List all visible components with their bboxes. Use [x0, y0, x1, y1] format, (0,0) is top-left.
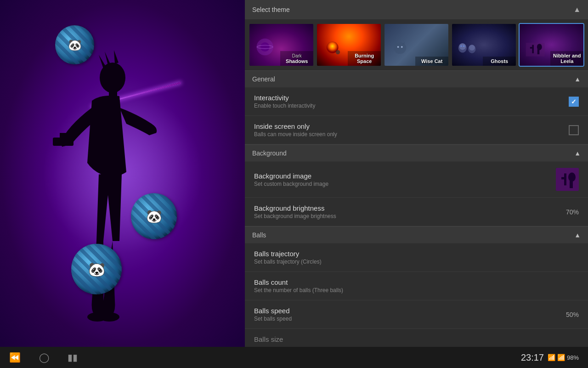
theme-thumbnails: Dark Shadows [245, 19, 588, 70]
general-chevron-icon: ▲ [574, 75, 581, 83]
svg-rect-27 [537, 49, 540, 54]
theme-ghosts[interactable]: Ghosts [451, 23, 517, 67]
inside-screen-checkbox[interactable] [569, 125, 579, 135]
ball-bottom: 🐼 [71, 244, 122, 294]
theme-chevron-icon: ▲ [573, 6, 581, 14]
background-brightness-value: 70% [566, 208, 579, 216]
svg-point-21 [460, 45, 462, 47]
ghosts-label: Ghosts [483, 57, 516, 66]
svg-rect-30 [556, 168, 579, 191]
nibbler-label: Nibbler and Leela [550, 51, 583, 66]
svg-rect-6 [60, 133, 67, 138]
balls-section: Balls ▲ Balls trajectory Set balls traje… [245, 226, 588, 347]
wifi-icon: 📶 [548, 354, 555, 361]
inside-screen-item[interactable]: Inside screen only Balls can move inside… [245, 116, 588, 144]
svg-point-22 [463, 45, 465, 47]
balls-count-subtitle: Set the number of balls (Three balls) [254, 287, 579, 293]
balls-speed-title: Balls speed [254, 307, 559, 315]
interactivity-item[interactable]: Interactivity Enable touch interactivity [245, 87, 588, 116]
svg-point-8 [99, 312, 119, 322]
nav-left-buttons: ⏪ ◯ ▮▮ [9, 352, 78, 363]
theme-burning-space[interactable]: Burning Space [316, 23, 382, 67]
battery-level: 98% [567, 354, 579, 361]
svg-rect-34 [561, 177, 566, 179]
general-section: General ▲ Interactivity Enable touch int… [245, 70, 588, 144]
svg-point-14 [394, 42, 406, 54]
balls-speed-subtitle: Set balls speed [254, 316, 559, 322]
background-image-preview [556, 168, 579, 191]
balls-chevron-icon: ▲ [574, 231, 581, 239]
balls-count-title: Balls count [254, 278, 579, 286]
svg-rect-28 [532, 45, 534, 53]
theme-section-header[interactable]: Select theme ▲ [245, 0, 588, 19]
svg-point-13 [336, 50, 340, 54]
balls-section-label: Balls [252, 231, 266, 239]
general-section-header[interactable]: General ▲ [245, 70, 588, 87]
status-icons: 📶 📶 98% [548, 354, 579, 361]
interactivity-checkbox[interactable] [569, 97, 579, 107]
background-chevron-icon: ▲ [574, 150, 581, 157]
svg-marker-1 [99, 55, 106, 69]
background-image-title: Background image [254, 172, 551, 180]
balls-trajectory-title: Balls trajectory [254, 250, 579, 258]
theme-section-label: Select theme [252, 6, 290, 13]
balls-speed-item[interactable]: Balls speed Set balls speed 50% [245, 300, 588, 329]
inside-screen-subtitle: Balls can move inside screen only [254, 131, 561, 138]
svg-rect-29 [530, 47, 533, 49]
svg-marker-3 [114, 50, 119, 64]
background-image-item[interactable]: Background image Set custom background i… [245, 161, 588, 198]
nav-time: 23:17 [521, 352, 544, 363]
background-section-label: Background [252, 150, 287, 157]
balls-count-item[interactable]: Balls count Set the number of balls (Thr… [245, 272, 588, 300]
svg-marker-2 [105, 52, 110, 65]
svg-point-17 [397, 46, 399, 48]
interactivity-title: Interactivity [254, 94, 561, 102]
recents-icon[interactable]: ▮▮ [68, 352, 78, 363]
inside-screen-title: Inside screen only [254, 122, 561, 130]
balls-speed-value: 50% [566, 311, 579, 318]
navigation-bar: ⏪ ◯ ▮▮ 23:17 📶 📶 98% [0, 347, 588, 368]
svg-rect-25 [526, 43, 545, 57]
svg-point-10 [260, 42, 270, 52]
balls-size-item[interactable]: Balls size [245, 329, 588, 347]
burning-space-label: Burning Space [348, 51, 381, 66]
ball-top: 🐼 [55, 25, 94, 64]
wallpaper-preview: 🐼 🐼 🐼 [0, 0, 245, 347]
theme-nibbler[interactable]: Nibbler and Leela [519, 23, 584, 67]
svg-point-31 [568, 172, 576, 182]
svg-rect-5 [53, 138, 74, 146]
settings-panel: Select theme ▲ Dark Shadows [245, 0, 588, 347]
background-brightness-title: Background brightness [254, 204, 559, 212]
background-section: Background ▲ Background image Set custom… [245, 144, 588, 226]
general-section-label: General [252, 75, 275, 83]
signal-icon: 📶 [557, 354, 565, 361]
ball-middle: 🐼 [131, 193, 177, 239]
back-icon[interactable]: ⏪ [9, 352, 21, 363]
background-image-subtitle: Set custom background image [254, 181, 551, 187]
dark-label: Dark [292, 53, 302, 58]
wise-cat-label: Wise Cat [415, 57, 448, 66]
svg-point-24 [469, 45, 475, 51]
character-silhouette [28, 34, 175, 347]
background-brightness-item[interactable]: Background brightness Set background ima… [245, 198, 588, 226]
background-brightness-subtitle: Set background image brightness [254, 213, 559, 219]
theme-section: Select theme ▲ Dark Shadows [245, 0, 588, 70]
svg-point-18 [401, 46, 403, 48]
balls-trajectory-item[interactable]: Balls trajectory Set balls trajectory (C… [245, 243, 588, 272]
interactivity-subtitle: Enable touch interactivity [254, 103, 561, 109]
theme-wise-cat[interactable]: Wise Cat [384, 23, 449, 67]
svg-point-20 [459, 43, 466, 50]
balls-trajectory-subtitle: Set balls trajectory (Circles) [254, 259, 579, 265]
home-icon[interactable]: ◯ [39, 352, 49, 363]
background-section-header[interactable]: Background ▲ [245, 144, 588, 161]
svg-rect-32 [570, 181, 573, 188]
balls-size-title: Balls size [254, 335, 579, 343]
theme-dark-shadows[interactable]: Dark Shadows [249, 23, 314, 67]
balls-section-header[interactable]: Balls ▲ [245, 226, 588, 243]
nav-status-area: 23:17 📶 📶 98% [521, 352, 579, 363]
